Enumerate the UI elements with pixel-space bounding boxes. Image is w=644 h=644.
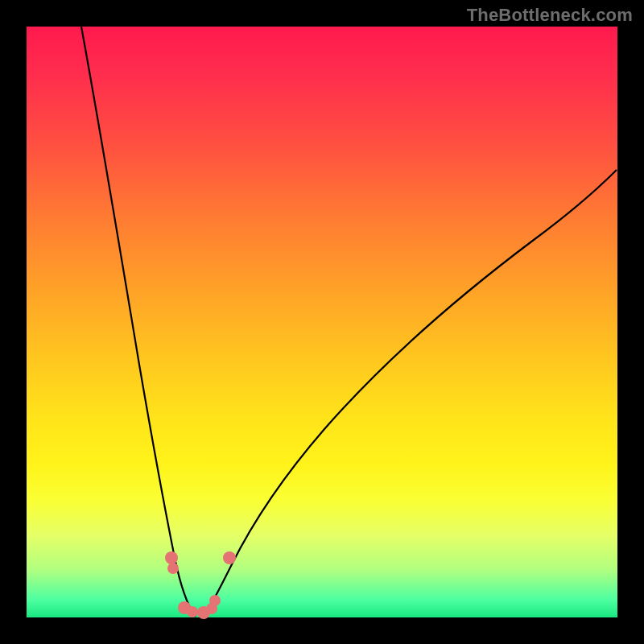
data-marker: [223, 551, 236, 564]
data-marker: [209, 595, 221, 606]
plot-area: [27, 27, 617, 617]
data-marker: [167, 563, 179, 574]
data-marker: [187, 606, 198, 617]
right-curve: [204, 170, 617, 617]
watermark-text: TheBottleneck.com: [467, 5, 633, 26]
left-curve: [81, 27, 196, 617]
bottleneck-curves: [27, 27, 617, 617]
chart-frame: TheBottleneck.com: [0, 0, 644, 644]
